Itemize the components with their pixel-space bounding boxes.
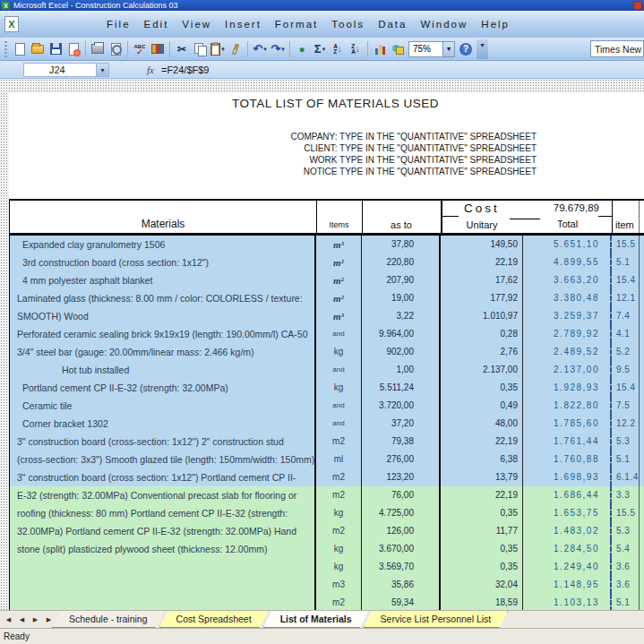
open-folder-icon[interactable] [30, 41, 46, 56]
total-cost-cell[interactable]: 1.785,60 [523, 415, 612, 433]
quantity-cell[interactable]: 207,90 [362, 271, 441, 289]
material-cell[interactable]: roofing (thickness: 80 mm) Portland ceme… [10, 504, 316, 522]
header-as-to[interactable]: as to [362, 219, 441, 230]
menu-item-insert[interactable]: Insert [225, 19, 262, 30]
total-cost-cell[interactable]: 3.259,37 [523, 307, 612, 325]
unit-cell[interactable]: m2 [316, 486, 362, 504]
zoom-select[interactable]: 75% ▾ [408, 41, 455, 57]
menu-item-window[interactable]: Window [420, 19, 468, 30]
spelling-icon[interactable]: ABC✓ [132, 41, 148, 56]
name-box-dropdown-icon[interactable]: ▾ [97, 63, 109, 77]
header-cost[interactable]: Cost [441, 202, 523, 215]
unit-cell[interactable]: m2 [316, 522, 362, 540]
material-cell[interactable]: stone (split) plasticized plywood sheet … [10, 540, 316, 558]
total-cost-cell[interactable]: 2.137,00 [523, 361, 612, 379]
quantity-cell[interactable]: 126,00 [362, 522, 441, 540]
unitary-cost-cell[interactable]: 13,79 [441, 468, 523, 486]
paste-icon[interactable]: ▾ [210, 41, 226, 56]
unit-cell[interactable]: kg [316, 558, 362, 576]
quantity-cell[interactable]: 76,00 [362, 486, 441, 504]
quantity-cell[interactable]: 1,00 [362, 361, 441, 379]
formula-input[interactable]: =F24/$F$9 [161, 64, 210, 75]
unit-cell[interactable]: m³ [316, 236, 362, 253]
total-cost-cell[interactable]: 1.698,93 [523, 468, 612, 486]
unit-cell[interactable]: m² [316, 271, 362, 289]
quantity-cell[interactable]: 3,22 [362, 307, 441, 325]
unit-cell[interactable]: m2 [316, 433, 362, 451]
material-cell[interactable]: Hot tub installed [10, 361, 316, 379]
menu-item-format[interactable]: Format [275, 19, 318, 30]
next-sheet-icon[interactable]: ▶ [30, 614, 41, 626]
material-cell[interactable] [10, 558, 316, 576]
undo-icon[interactable]: ↶▾ [252, 41, 268, 56]
material-cell[interactable]: 3rd construction board (cross section: 1… [10, 253, 316, 271]
material-cell[interactable]: 32.00MPa) Portland cement CP II-E-32 (st… [10, 522, 316, 540]
header-cost-total-value[interactable]: 79.679,89 [514, 202, 599, 213]
format-painter-icon[interactable] [228, 41, 244, 56]
help-icon[interactable]: ? [458, 41, 474, 56]
material-cell[interactable]: 3" construction board (cross section: 1x… [10, 468, 316, 486]
unitary-cost-cell[interactable]: 32,04 [441, 576, 523, 594]
copy-icon[interactable] [192, 41, 208, 56]
quantity-cell[interactable]: 79,38 [362, 433, 441, 451]
unit-cell[interactable]: m3 [316, 576, 362, 594]
quantity-cell[interactable]: 3.569,70 [362, 558, 441, 576]
material-cell[interactable]: Perforated ceramic sealing brick 9x19x19… [10, 325, 316, 343]
unit-cell[interactable]: and [316, 361, 362, 379]
first-sheet-icon[interactable]: ◀ [3, 614, 14, 626]
previous-sheet-icon[interactable]: ◀ [16, 614, 28, 626]
unitary-cost-cell[interactable]: 22,19 [441, 253, 523, 271]
sort-descending-icon[interactable]: ZA ↓ [348, 41, 364, 56]
unit-cell[interactable]: m³ [316, 307, 362, 325]
unit-cell[interactable]: kg [316, 540, 362, 558]
unitary-cost-cell[interactable]: 177,92 [441, 289, 523, 307]
quantity-cell[interactable]: 5.511,24 [362, 379, 441, 397]
unit-cell[interactable]: ml [316, 451, 362, 468]
material-cell[interactable]: Corner bracket 1302 [10, 415, 316, 433]
autosum-icon[interactable]: Σ▾ [312, 41, 328, 56]
total-cost-cell[interactable]: 3.663,20 [523, 271, 612, 289]
table-header[interactable]: Materials Items as to Cost 79.679,89 Uni… [10, 199, 644, 236]
unit-cell[interactable]: m² [316, 253, 362, 271]
unitary-cost-cell[interactable]: 11,77 [441, 522, 523, 540]
unit-cell[interactable]: m2 [316, 468, 362, 486]
material-cell[interactable]: 3" construction board (cross-section: 1x… [10, 433, 316, 451]
quantity-cell[interactable]: 902,00 [362, 343, 441, 361]
unitary-cost-cell[interactable]: 0,35 [441, 558, 523, 576]
material-cell[interactable]: Expanded clay granulometry 1506 [10, 236, 316, 253]
unitary-cost-cell[interactable]: 22,19 [441, 486, 523, 504]
material-cell[interactable]: SMOOTH) Wood [10, 307, 316, 325]
sheet-tab-service-list-personnel-list[interactable]: Service List Personnel List [364, 611, 509, 628]
quantity-cell[interactable]: 3.670,00 [362, 540, 441, 558]
total-cost-cell[interactable]: 1.822,80 [523, 397, 612, 415]
material-cell[interactable]: (cross-section: 3x3") Smooth glazed tile… [10, 451, 316, 468]
menu-item-view[interactable]: View [182, 19, 211, 30]
drawing-icon[interactable] [390, 41, 406, 56]
header-materials[interactable]: Materials [10, 218, 316, 230]
unitary-cost-cell[interactable]: 0,35 [441, 540, 523, 558]
unit-cell[interactable]: m² [316, 289, 362, 307]
new-document-icon[interactable] [12, 41, 28, 56]
quantity-cell[interactable]: 276,00 [362, 451, 441, 468]
redo-icon[interactable]: ↷▾ [270, 41, 286, 56]
save-icon[interactable] [47, 41, 64, 56]
unitary-cost-cell[interactable]: 0,35 [441, 379, 523, 397]
quantity-cell[interactable]: 220,80 [362, 253, 441, 271]
total-cost-cell[interactable]: 1.761,44 [523, 433, 612, 451]
total-cost-cell[interactable]: 1.928,93 [523, 379, 612, 397]
quantity-cell[interactable]: 37,80 [362, 236, 441, 253]
sort-ascending-icon[interactable]: AZ ↓ [330, 41, 346, 56]
chart-wizard-icon[interactable] [372, 41, 388, 56]
material-cell[interactable]: 4 mm polyester asphalt blanket [10, 271, 316, 289]
total-cost-cell[interactable]: 1.653,75 [523, 504, 612, 522]
quantity-cell[interactable]: 4.725,00 [362, 504, 441, 522]
material-cell[interactable]: 3/4" steel bar (gauge: 20.00mm/linear ma… [10, 343, 316, 361]
total-cost-cell[interactable]: 1.284,50 [523, 540, 612, 558]
total-cost-cell[interactable]: 1.103,13 [523, 594, 612, 610]
unitary-cost-cell[interactable]: 149,50 [441, 236, 523, 253]
worksheet-area[interactable]: TOTAL LIST OF MATERIALS USED COMPANY: TY… [0, 79, 644, 610]
sheet-tab-list-of-materials[interactable]: List of Materials [263, 611, 369, 628]
menu-item-file[interactable]: File [107, 19, 131, 30]
quantity-cell[interactable]: 19,00 [362, 289, 441, 307]
total-cost-cell[interactable]: 1.760,88 [523, 451, 612, 468]
